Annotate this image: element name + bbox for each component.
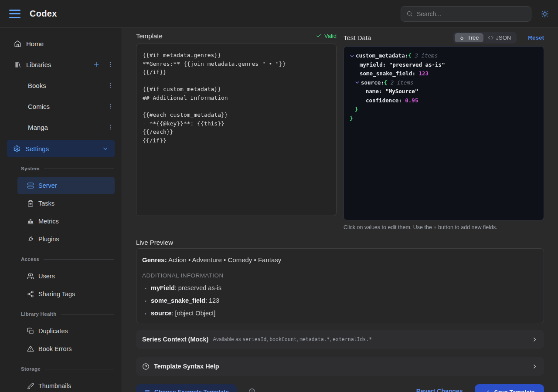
preview-bullet: •myField: preserved as-is bbox=[142, 284, 538, 291]
syntax-help-title: Template Syntax Help bbox=[154, 363, 219, 370]
template-panel: Template Valid {{#if metadata.genres}} *… bbox=[136, 31, 337, 230]
view-mode-toggle: Tree JSON bbox=[453, 32, 517, 44]
sidebar-item-label: Thumbnails bbox=[38, 382, 71, 389]
tree-key: name: bbox=[366, 87, 385, 96]
test-data-tree[interactable]: custom_metadata:{ 3 itemsmyField: "prese… bbox=[344, 46, 544, 220]
live-preview-title: Live Preview bbox=[136, 239, 544, 246]
sidebar-item-label: Server bbox=[38, 182, 57, 189]
server-icon bbox=[27, 182, 34, 189]
test-data-panel: Test Data Tree JSON Reset c bbox=[344, 31, 544, 230]
sidebar-item-label: Libraries bbox=[26, 61, 51, 68]
duplicates-icon bbox=[27, 328, 34, 335]
tree-view-label: Tree bbox=[467, 34, 479, 41]
tree-value[interactable]: "MySource" bbox=[385, 87, 418, 96]
bullet-text: source: [object Object] bbox=[151, 310, 215, 317]
tree-close-brace[interactable]: } bbox=[344, 114, 544, 123]
series-context-title: Series Context (Mock) bbox=[142, 336, 208, 343]
gear-icon bbox=[13, 145, 20, 152]
section-divider bbox=[44, 169, 114, 169]
library-list: BooksComicsManga bbox=[0, 75, 122, 138]
tree-brace: { bbox=[384, 78, 388, 88]
bullet-key: source bbox=[151, 310, 172, 317]
genres-label: Genres: bbox=[142, 256, 167, 264]
kebab-menu-button[interactable] bbox=[107, 82, 114, 89]
tree-brace: } bbox=[355, 105, 358, 114]
search-icon bbox=[406, 10, 413, 17]
sidebar-item-label: Sharing Tags bbox=[38, 291, 75, 297]
genres-line: Genres: Action • Adventure • Comedy • Fa… bbox=[142, 256, 538, 264]
section-header-library-health: Library Health bbox=[21, 311, 114, 317]
preview-bullets: •myField: preserved as-is•some_snake_fie… bbox=[142, 284, 538, 317]
topbar: Codex bbox=[0, 0, 558, 28]
tree-key: myField: bbox=[360, 61, 389, 70]
tree-leaf[interactable]: myField: "preserved as-is" bbox=[344, 61, 544, 70]
tree-leaf[interactable]: confidence: 0.95 bbox=[344, 96, 544, 105]
sidebar-item-home[interactable]: Home bbox=[0, 33, 122, 54]
tree-leaf[interactable]: some_snake_field: 123 bbox=[344, 69, 544, 78]
chevron-down-icon bbox=[349, 53, 355, 59]
tree-node[interactable]: source:{ 2 items bbox=[344, 78, 544, 88]
tree-value[interactable]: "preserved as-is" bbox=[389, 61, 445, 70]
info-icon[interactable] bbox=[248, 388, 255, 392]
sidebar-item-books[interactable]: Books bbox=[0, 75, 122, 96]
sidebar-item-metrics[interactable]: Metrics bbox=[17, 213, 115, 230]
tree-view-button[interactable]: Tree bbox=[455, 33, 483, 42]
search-box[interactable] bbox=[401, 6, 531, 22]
sidebar-item-thumbnails[interactable]: Thumbnails bbox=[17, 377, 115, 392]
choose-example-template-button[interactable]: Choose Example Template bbox=[136, 384, 237, 392]
save-template-button[interactable]: Save Template bbox=[475, 384, 544, 392]
revert-changes-button[interactable]: Revert Changes bbox=[416, 388, 463, 392]
json-view-button[interactable]: JSON bbox=[483, 33, 516, 42]
series-context-row[interactable]: Series Context (Mock) Available as serie… bbox=[136, 330, 544, 349]
tree-item-count: 3 items bbox=[412, 51, 438, 61]
sidebar-item-users[interactable]: Users bbox=[17, 267, 115, 285]
series-context-subtitle: Available as seriesId, bookCount, metada… bbox=[213, 336, 372, 342]
sidebar-item-comics[interactable]: Comics bbox=[0, 96, 122, 117]
tree-value[interactable]: 123 bbox=[418, 69, 429, 78]
menu-button[interactable] bbox=[9, 10, 20, 18]
sidebar-item-sharing-tags[interactable]: Sharing Tags bbox=[17, 285, 115, 303]
section-divider bbox=[45, 369, 114, 369]
sidebar-item-label: Duplicates bbox=[38, 328, 68, 335]
sidebar-item-label: Plugins bbox=[38, 236, 59, 243]
sidebar-item-manga[interactable]: Manga bbox=[0, 117, 122, 138]
sidebar-item-label: Metrics bbox=[38, 218, 59, 225]
add-library-button[interactable] bbox=[93, 61, 100, 68]
template-panel-title: Template bbox=[136, 32, 163, 40]
test-data-helper: Click on values to edit them. Use the + … bbox=[344, 224, 544, 230]
sidebar-item-duplicates[interactable]: Duplicates bbox=[17, 322, 115, 340]
tree-leaf[interactable]: name: "MySource" bbox=[344, 87, 544, 96]
bullet-key: myField bbox=[151, 284, 175, 291]
search-input[interactable] bbox=[417, 10, 526, 17]
section-label: Library Health bbox=[21, 311, 57, 317]
syntax-help-row[interactable]: Template Syntax Help bbox=[136, 357, 544, 376]
sidebar-item-settings[interactable]: Settings bbox=[7, 140, 115, 157]
sidebar-item-libraries[interactable]: Libraries bbox=[0, 54, 122, 75]
sidebar-item-plugins[interactable]: Plugins bbox=[17, 230, 115, 248]
section-header-access: Access bbox=[21, 257, 114, 262]
choose-example-label: Choose Example Template bbox=[154, 389, 229, 392]
kebab-menu-button[interactable] bbox=[107, 124, 114, 131]
chevron-down-icon bbox=[354, 80, 360, 85]
reset-button[interactable]: Reset bbox=[528, 34, 544, 41]
libraries-menu-button[interactable] bbox=[107, 61, 114, 68]
library-icon bbox=[14, 61, 21, 68]
bullet-text: some_snake_field: 123 bbox=[151, 297, 219, 304]
sidebar-item-book-errors[interactable]: Book Errors bbox=[17, 340, 115, 358]
chevron-right-icon bbox=[531, 363, 538, 370]
preview-bullet: •some_snake_field: 123 bbox=[142, 297, 538, 304]
tree-close-brace[interactable]: } bbox=[344, 105, 544, 114]
tree-value[interactable]: 0.95 bbox=[405, 96, 418, 105]
valid-label: Valid bbox=[324, 33, 337, 39]
footer-actions: Choose Example Template Revert Changes S… bbox=[136, 384, 544, 392]
tree-node[interactable]: custom_metadata:{ 3 items bbox=[344, 51, 544, 61]
tree-item-count: 2 items bbox=[387, 78, 413, 88]
theme-toggle-button[interactable] bbox=[541, 10, 549, 18]
sidebar-item-server[interactable]: Server bbox=[17, 177, 115, 194]
kebab-menu-button[interactable] bbox=[107, 103, 114, 110]
sidebar-item-tasks[interactable]: Tasks bbox=[17, 195, 115, 212]
genres-value: Action • Adventure • Comedy • Fantasy bbox=[168, 256, 281, 264]
template-editor[interactable]: {{#if metadata.genres}} **Genres:** {{jo… bbox=[136, 44, 337, 216]
section-label: System bbox=[21, 166, 40, 171]
sidebar-item-label: Manga bbox=[28, 124, 48, 131]
